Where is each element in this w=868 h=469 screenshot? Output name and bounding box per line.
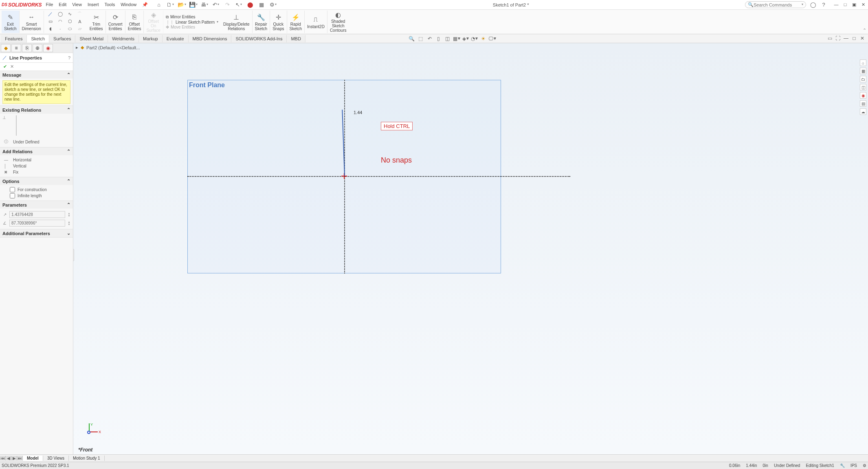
tab-evaluate[interactable]: Evaluate	[163, 35, 189, 42]
status-rebuild-icon[interactable]: 🔧	[840, 463, 845, 468]
user-icon[interactable]: ◯	[809, 1, 817, 9]
appearances-tab-icon[interactable]: ◉	[860, 92, 866, 99]
close-view-icon[interactable]: ✕	[859, 35, 866, 42]
tab-weldments[interactable]: Weldments	[108, 35, 139, 42]
arc-tool-icon[interactable]: ◠	[56, 19, 64, 24]
apply-scene-icon[interactable]: ☀	[480, 35, 487, 42]
ellipse-tool-icon[interactable]: ⬭	[66, 26, 74, 32]
rectangle-tool-icon[interactable]: ▭	[46, 19, 55, 24]
next-tab-icon[interactable]: ▶	[11, 456, 17, 460]
menu-tools[interactable]: Tools	[104, 2, 115, 7]
open-icon[interactable]: 📂▾	[178, 1, 185, 9]
view-orientation-icon[interactable]: ◫	[444, 35, 451, 42]
graphics-area[interactable]: Front Plane 1.44 Hold CTRL No snaps	[73, 43, 868, 454]
menu-file[interactable]: File	[46, 2, 53, 7]
line-tool-icon[interactable]: ／	[46, 11, 55, 17]
existing-relations-list[interactable]	[16, 115, 17, 136]
status-units[interactable]: IPS	[850, 463, 857, 468]
design-library-tab-icon[interactable]: ▦	[860, 68, 866, 74]
tab-features[interactable]: Features	[1, 35, 27, 42]
pm-help-icon[interactable]: ?	[68, 55, 70, 60]
pm-options-head[interactable]: Options ⌃	[0, 177, 73, 185]
quick-snaps-group[interactable]: ✛ Quick Snaps	[270, 11, 287, 33]
cancel-icon[interactable]: ✕	[10, 64, 14, 69]
edit-appearance-icon[interactable]: ◔▾	[471, 35, 478, 42]
status-editing[interactable]: Editing Sketch1	[806, 463, 834, 468]
forum-tab-icon[interactable]: ☁	[860, 108, 866, 115]
min-view-icon[interactable]: —	[843, 35, 849, 42]
fillet-tool-icon[interactable]: ⌒	[76, 11, 84, 17]
length-input[interactable]	[9, 211, 65, 218]
mirror-entities-button[interactable]: ⧉Mirror Entities	[166, 15, 218, 20]
smart-dimension-group[interactable]: ↔ Smart Dimension	[20, 11, 44, 33]
angle-spinner[interactable]: ▲▼	[68, 221, 70, 226]
tab-markup[interactable]: Markup	[139, 35, 163, 42]
link-views-icon[interactable]: ⛶	[835, 35, 841, 42]
tab-addins[interactable]: SOLIDWORKS Add-Ins	[231, 35, 287, 42]
display-manager-tab-icon[interactable]: ◉	[43, 44, 53, 52]
section-view-icon[interactable]: ▯	[435, 35, 442, 42]
motion-study-tab[interactable]: Motion Study 1	[69, 456, 105, 461]
select-icon[interactable]: ↖▾	[235, 1, 242, 9]
model-tab[interactable]: Model	[23, 456, 43, 461]
add-fix-button[interactable]: ✖Fix	[2, 169, 70, 175]
linear-pattern-button[interactable]: ⋮⋮Linear Sketch Pattern▾	[166, 20, 218, 24]
previous-view-icon[interactable]: ↶	[426, 35, 433, 42]
options-icon[interactable]: ⚙▾	[269, 1, 277, 9]
dimxpert-manager-tab-icon[interactable]: ⊕	[33, 44, 42, 52]
redo-icon[interactable]: ↷	[224, 1, 231, 9]
pm-existing-head[interactable]: Existing Relations ⌃	[0, 106, 73, 114]
tab-sheet-metal[interactable]: Sheet Metal	[75, 35, 108, 42]
offset-entities-group[interactable]: ⎘ Offset Entities	[125, 11, 144, 33]
first-tab-icon[interactable]: ⏮	[0, 456, 6, 460]
circle-tool-icon[interactable]: ◯	[56, 11, 64, 17]
shaded-contours-group[interactable]: ◐ Shaded Sketch Contours	[327, 11, 349, 33]
file-props-icon[interactable]: ▦	[258, 1, 265, 9]
text-tool-icon[interactable]: A	[76, 19, 84, 24]
command-search[interactable]: 🔍 ▾	[745, 1, 806, 8]
ok-icon[interactable]: ✔	[3, 64, 7, 69]
length-spinner[interactable]: ▲▼	[68, 212, 70, 217]
point-tool-icon[interactable]: ·	[56, 26, 64, 32]
view-settings-icon[interactable]: 🖵▾	[489, 35, 496, 42]
pm-params-head[interactable]: Parameters ⌃	[0, 201, 73, 209]
undo-icon[interactable]: ↶▾	[212, 1, 220, 9]
view-palette-tab-icon[interactable]: ◫	[860, 84, 866, 90]
new-icon[interactable]: 🗋▾	[167, 1, 174, 9]
zoom-area-icon[interactable]: ⬚	[418, 35, 424, 42]
search-input[interactable]	[754, 2, 801, 7]
rapid-sketch-group[interactable]: ⚡ Rapid Sketch	[287, 11, 305, 33]
plane-tool-icon[interactable]: ▱	[76, 26, 84, 32]
minimize-icon[interactable]: —	[833, 2, 839, 7]
tab-mbd-dimensions[interactable]: MBD Dimensions	[189, 35, 232, 42]
print-icon[interactable]: 🖶▾	[201, 1, 208, 9]
add-vertical-button[interactable]: │Vertical	[2, 163, 70, 169]
menu-window[interactable]: Window	[121, 2, 136, 7]
feature-manager-tab-icon[interactable]: ◆	[1, 44, 11, 52]
ribbon-collapse-icon[interactable]: ⌃	[863, 28, 866, 33]
file-explorer-tab-icon[interactable]: 🗀	[860, 76, 866, 82]
menu-edit[interactable]: Edit	[59, 2, 66, 7]
last-tab-icon[interactable]: ⏭	[17, 456, 23, 460]
close-icon[interactable]: ✕	[860, 2, 866, 7]
spline-tool-icon[interactable]: ∿	[66, 11, 74, 17]
display-style-icon[interactable]: ▦▾	[453, 35, 460, 42]
zoom-fit-icon[interactable]: 🔍	[409, 35, 415, 42]
infinite-length-checkbox[interactable]	[10, 193, 15, 198]
rebuild-icon[interactable]: ⬤	[246, 1, 254, 9]
repair-sketch-group[interactable]: 🔧 Repair Sketch	[253, 11, 270, 33]
tab-sketch[interactable]: Sketch	[27, 35, 49, 43]
property-manager-tab-icon[interactable]: ≡	[11, 44, 21, 52]
3d-views-tab[interactable]: 3D Views	[43, 456, 69, 461]
trim-entities-group[interactable]: ✂ Trim Entities	[87, 11, 106, 33]
resources-tab-icon[interactable]: ⌂	[860, 59, 866, 66]
pm-add-head[interactable]: Add Relations ⌃	[0, 148, 73, 155]
convert-entities-group[interactable]: ⟳ Convert Entities	[106, 11, 125, 33]
menu-pin-icon[interactable]: 📌	[142, 2, 148, 7]
tab-surfaces[interactable]: Surfaces	[49, 35, 75, 42]
orientation-triad[interactable]: Y X	[83, 423, 98, 438]
graphics-viewport[interactable]: ▸ ◆ Part2 (Default) <<Default... Front P…	[73, 43, 868, 454]
display-relations-group[interactable]: ⊥ Display/Delete Relations	[221, 11, 252, 33]
status-gear-icon[interactable]: ⚙	[863, 463, 866, 468]
custom-props-tab-icon[interactable]: ▤	[860, 100, 866, 107]
